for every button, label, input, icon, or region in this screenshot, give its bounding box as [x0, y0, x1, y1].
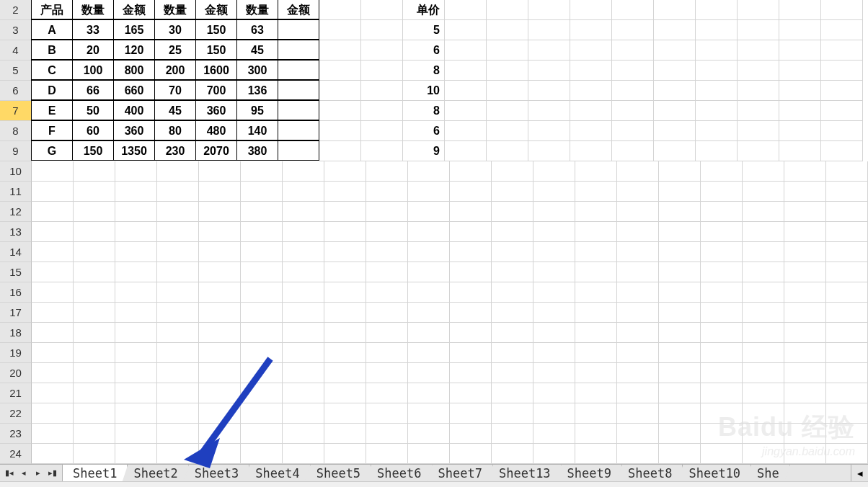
cell[interactable]: A: [31, 19, 73, 40]
cell[interactable]: [366, 202, 408, 222]
cell[interactable]: G: [31, 140, 73, 161]
cell[interactable]: [199, 303, 241, 323]
cell[interactable]: [450, 282, 492, 303]
cell[interactable]: [361, 81, 403, 101]
cell[interactable]: [528, 121, 570, 141]
cell[interactable]: [575, 403, 617, 424]
cell[interactable]: [283, 303, 324, 323]
cell[interactable]: [570, 40, 612, 61]
cell[interactable]: [487, 61, 528, 81]
cell[interactable]: [575, 343, 617, 363]
cell[interactable]: [779, 61, 821, 81]
cell[interactable]: [241, 303, 283, 323]
cell[interactable]: [528, 141, 570, 161]
cell[interactable]: [617, 182, 659, 202]
cell[interactable]: [492, 403, 533, 424]
cell[interactable]: [74, 343, 115, 363]
cell[interactable]: [533, 343, 575, 363]
cell[interactable]: [570, 20, 612, 40]
cell[interactable]: [826, 363, 868, 383]
cell[interactable]: [32, 444, 74, 464]
cell[interactable]: [74, 323, 115, 343]
row-header[interactable]: 5: [0, 61, 32, 81]
cell[interactable]: [115, 222, 157, 242]
cell[interactable]: [821, 101, 863, 121]
row-header[interactable]: 17: [0, 303, 32, 323]
cell[interactable]: [115, 424, 157, 444]
cell[interactable]: [283, 222, 324, 242]
cell[interactable]: [74, 383, 115, 403]
cell[interactable]: [408, 363, 450, 383]
cell[interactable]: 9: [403, 141, 445, 161]
row-header[interactable]: 22: [0, 403, 32, 424]
cell[interactable]: [408, 424, 450, 444]
cell[interactable]: [445, 121, 487, 141]
cell[interactable]: [533, 262, 575, 282]
cell[interactable]: [743, 403, 784, 424]
cell[interactable]: 700: [195, 80, 237, 100]
cell[interactable]: [784, 403, 826, 424]
cell[interactable]: [654, 141, 696, 161]
cell[interactable]: [324, 262, 366, 282]
cell[interactable]: 360: [195, 100, 237, 120]
cell[interactable]: [450, 444, 492, 464]
cell[interactable]: [617, 323, 659, 343]
sheet-tab[interactable]: Sheet8: [618, 465, 683, 481]
cell[interactable]: [528, 61, 570, 81]
sheet-tab[interactable]: Sheet9: [557, 465, 622, 481]
cell[interactable]: [408, 323, 450, 343]
cell[interactable]: [32, 222, 74, 242]
row-header[interactable]: 19: [0, 343, 32, 363]
cell[interactable]: [738, 20, 779, 40]
cell[interactable]: 1600: [195, 60, 237, 80]
cell[interactable]: [492, 282, 533, 303]
cell[interactable]: [324, 282, 366, 303]
cell[interactable]: [115, 182, 157, 202]
cell[interactable]: [32, 242, 74, 262]
cell[interactable]: [696, 20, 738, 40]
cell[interactable]: [157, 343, 199, 363]
cell[interactable]: [575, 383, 617, 403]
cell[interactable]: [408, 303, 450, 323]
cell[interactable]: [533, 383, 575, 403]
cell[interactable]: [283, 282, 324, 303]
row-header[interactable]: 13: [0, 222, 32, 242]
cell[interactable]: [533, 444, 575, 464]
cell[interactable]: [319, 141, 361, 161]
cell[interactable]: [241, 182, 283, 202]
cell[interactable]: 50: [72, 100, 114, 120]
cell[interactable]: [445, 81, 487, 101]
cell[interactable]: [575, 161, 617, 182]
cell[interactable]: [32, 202, 74, 222]
cell[interactable]: [570, 81, 612, 101]
cell[interactable]: 33: [72, 19, 114, 40]
cell[interactable]: [701, 363, 743, 383]
cell[interactable]: [115, 363, 157, 383]
row-header[interactable]: 11: [0, 182, 32, 202]
cell[interactable]: [743, 282, 784, 303]
cell[interactable]: [821, 20, 863, 40]
cell[interactable]: [617, 383, 659, 403]
sheet-tab[interactable]: Sheet6: [367, 465, 432, 481]
cell[interactable]: [654, 121, 696, 141]
cell[interactable]: [743, 383, 784, 403]
cell[interactable]: [826, 242, 868, 262]
cell[interactable]: [366, 262, 408, 282]
cell[interactable]: 产品: [31, 0, 73, 19]
cell[interactable]: [366, 363, 408, 383]
cell[interactable]: [278, 60, 319, 80]
cell[interactable]: [826, 424, 868, 444]
cell[interactable]: [199, 363, 241, 383]
cell[interactable]: 400: [113, 100, 155, 120]
cell[interactable]: [408, 202, 450, 222]
cell[interactable]: [784, 343, 826, 363]
cell[interactable]: [617, 222, 659, 242]
cell[interactable]: 360: [113, 120, 155, 140]
cell[interactable]: 数量: [236, 0, 278, 19]
cell[interactable]: 300: [236, 60, 278, 80]
cell[interactable]: [696, 40, 738, 61]
cell[interactable]: [701, 242, 743, 262]
cell[interactable]: [528, 0, 570, 20]
cell[interactable]: [617, 444, 659, 464]
cell[interactable]: [784, 282, 826, 303]
